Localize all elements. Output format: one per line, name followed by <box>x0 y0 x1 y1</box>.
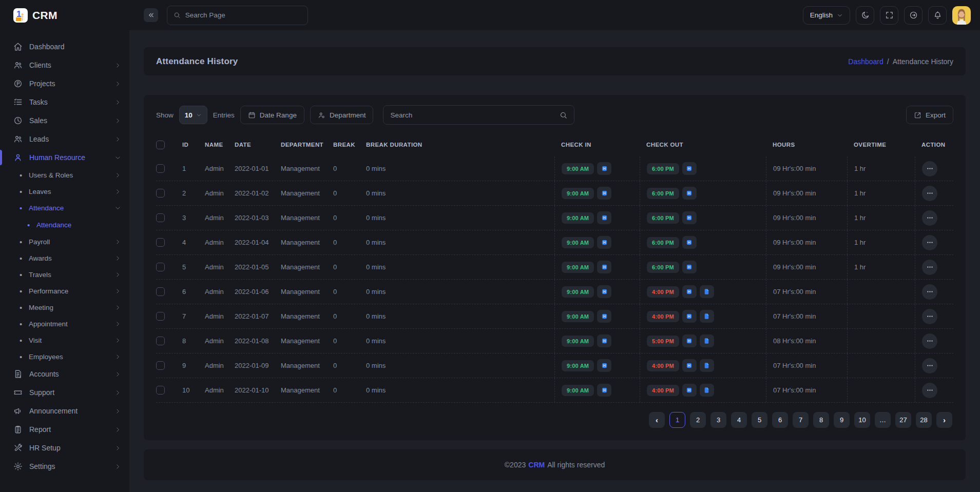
row-actions-button[interactable] <box>922 186 937 201</box>
row-actions-button[interactable] <box>922 210 937 226</box>
sidebar-item-performance[interactable]: •Performance <box>0 283 129 299</box>
check-in-timecard-button[interactable] <box>597 261 611 273</box>
sidebar-item-awards[interactable]: •Awards <box>0 250 129 266</box>
row-actions-button[interactable] <box>922 161 937 176</box>
check-in-timecard-button[interactable] <box>597 334 611 347</box>
language-selector[interactable]: English <box>803 6 850 25</box>
sidebar-item-settings[interactable]: Settings <box>0 457 129 476</box>
check-out-timecard-button[interactable] <box>682 384 697 397</box>
sidebar-item-tasks[interactable]: Tasks <box>0 93 129 111</box>
sidebar-item-sales[interactable]: Sales <box>0 111 129 130</box>
pagination-page-3[interactable]: 3 <box>710 412 726 428</box>
page-size-select[interactable]: 10 <box>179 106 207 124</box>
dark-mode-button[interactable] <box>856 6 874 25</box>
row-actions-button[interactable] <box>922 260 937 275</box>
logout-button[interactable] <box>904 6 923 25</box>
check-out-timecard-button[interactable] <box>682 236 697 249</box>
check-out-timecard-button[interactable] <box>682 359 697 372</box>
footer-brand-link[interactable]: CRM <box>528 461 545 469</box>
early-leave-note-button[interactable] <box>700 359 714 372</box>
user-avatar[interactable] <box>952 6 971 25</box>
sidebar-item-announcement[interactable]: Announcement <box>0 402 129 420</box>
table-search-input[interactable] <box>390 111 555 119</box>
early-leave-note-button[interactable] <box>700 285 714 298</box>
global-search-input[interactable] <box>185 11 301 19</box>
pagination-prev-button[interactable]: ‹ <box>649 412 665 428</box>
sidebar-item-attendance[interactable]: •Attendance <box>0 216 129 233</box>
sidebar-item-leaves[interactable]: •Leaves <box>0 183 129 200</box>
row-actions-button[interactable] <box>922 333 937 349</box>
check-in-timecard-button[interactable] <box>597 211 611 224</box>
row-checkbox[interactable] <box>156 164 165 173</box>
department-filter-button[interactable]: Department <box>310 106 374 124</box>
pagination-page-2[interactable]: 2 <box>690 412 706 428</box>
row-checkbox[interactable] <box>156 287 165 296</box>
export-button[interactable]: Export <box>906 106 953 124</box>
row-actions-button[interactable] <box>922 383 937 398</box>
date-range-button[interactable]: Date Range <box>240 106 304 124</box>
sidebar-item-hr-setup[interactable]: HR Setup <box>0 439 129 457</box>
check-out-timecard-button[interactable] <box>682 334 697 347</box>
pagination-page-8[interactable]: 8 <box>813 412 829 428</box>
check-in-timecard-button[interactable] <box>597 187 611 200</box>
row-checkbox[interactable] <box>156 263 165 271</box>
early-leave-note-button[interactable] <box>700 310 714 323</box>
pagination-page-4[interactable]: 4 <box>731 412 747 428</box>
sidebar-collapse-button[interactable] <box>144 8 158 22</box>
row-actions-button[interactable] <box>922 309 937 324</box>
pagination-page-1[interactable]: 1 <box>669 412 685 428</box>
check-out-timecard-button[interactable] <box>682 211 697 224</box>
breadcrumb-dashboard-link[interactable]: Dashboard <box>848 57 883 66</box>
pagination-next-button[interactable]: › <box>936 412 952 428</box>
sidebar-item-support[interactable]: Support <box>0 383 129 402</box>
notifications-button[interactable] <box>928 6 947 25</box>
app-logo[interactable]: 1 stop CRM <box>0 0 129 30</box>
sidebar-item-travels[interactable]: •Travels <box>0 266 129 283</box>
pagination-page-28[interactable]: 28 <box>916 412 932 428</box>
check-in-timecard-button[interactable] <box>597 384 611 397</box>
row-checkbox[interactable] <box>156 386 165 395</box>
sidebar-item-appointment[interactable]: •Appointment <box>0 316 129 332</box>
check-out-timecard-button[interactable] <box>682 187 697 200</box>
row-actions-button[interactable] <box>922 284 937 300</box>
sidebar-item-visit[interactable]: •Visit <box>0 332 129 348</box>
pagination-page-9[interactable]: 9 <box>834 412 850 428</box>
check-in-timecard-button[interactable] <box>597 310 611 323</box>
row-checkbox[interactable] <box>156 189 165 198</box>
row-checkbox[interactable] <box>156 337 165 345</box>
check-in-timecard-button[interactable] <box>597 285 611 298</box>
pagination-page-5[interactable]: 5 <box>752 412 767 428</box>
sidebar-item-clients[interactable]: Clients <box>0 56 129 74</box>
row-actions-button[interactable] <box>922 235 937 250</box>
check-out-timecard-button[interactable] <box>682 285 697 298</box>
sidebar-item-employees[interactable]: •Employees <box>0 348 129 365</box>
pagination-page-27[interactable]: 27 <box>895 412 911 428</box>
sidebar-item-human-resource[interactable]: Human Resource <box>0 148 129 167</box>
check-out-timecard-button[interactable] <box>682 261 697 273</box>
row-actions-button[interactable] <box>922 358 937 373</box>
row-checkbox[interactable] <box>156 312 165 321</box>
fullscreen-button[interactable] <box>880 6 898 25</box>
row-checkbox[interactable] <box>156 213 165 222</box>
select-all-checkbox[interactable] <box>156 141 165 149</box>
sidebar-item-projects[interactable]: Projects <box>0 74 129 93</box>
pagination-page-6[interactable]: 6 <box>772 412 788 428</box>
pagination-ellipsis[interactable]: … <box>875 412 891 428</box>
check-out-timecard-button[interactable] <box>682 310 697 323</box>
check-in-timecard-button[interactable] <box>597 162 611 175</box>
early-leave-note-button[interactable] <box>700 334 714 347</box>
sidebar-item-leads[interactable]: Leads <box>0 130 129 148</box>
early-leave-note-button[interactable] <box>700 384 714 397</box>
sidebar-item-payroll[interactable]: •Payroll <box>0 233 129 250</box>
check-out-timecard-button[interactable] <box>682 162 697 175</box>
pagination-page-7[interactable]: 7 <box>793 412 809 428</box>
sidebar-item-dashboard[interactable]: Dashboard <box>0 37 129 56</box>
sidebar-item-users-roles[interactable]: •Users & Roles <box>0 167 129 183</box>
check-in-timecard-button[interactable] <box>597 236 611 249</box>
sidebar-item-accounts[interactable]: Accounts <box>0 365 129 383</box>
sidebar-item-meeting[interactable]: •Meeting <box>0 299 129 316</box>
pagination-page-10[interactable]: 10 <box>854 412 870 428</box>
sidebar-item-report[interactable]: Report <box>0 420 129 439</box>
row-checkbox[interactable] <box>156 238 165 247</box>
row-checkbox[interactable] <box>156 361 165 370</box>
